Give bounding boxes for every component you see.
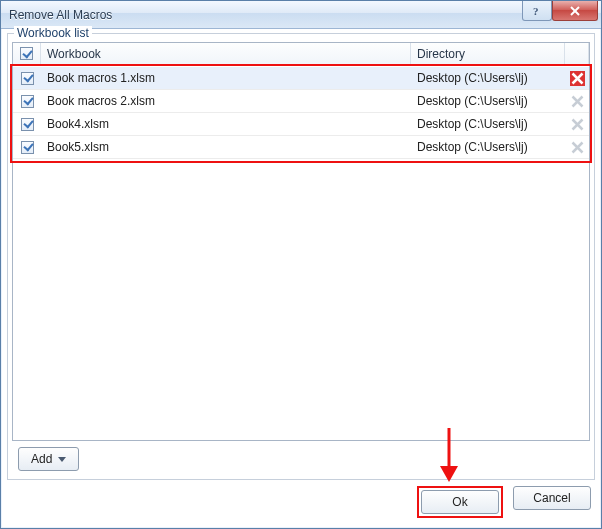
chevron-down-icon <box>58 457 66 462</box>
row-checkbox[interactable] <box>21 118 34 131</box>
cancel-button-label: Cancel <box>533 491 570 505</box>
workbook-list-group: Workbook list Workbook Directory Book ma… <box>7 33 595 480</box>
ok-button-label: Ok <box>452 495 467 509</box>
svg-text:?: ? <box>533 5 539 17</box>
ok-highlight-box: Ok <box>417 486 503 518</box>
remove-row-icon[interactable] <box>570 94 585 109</box>
titlebar: Remove All Macros ? <box>1 1 601 29</box>
table-row[interactable]: Book5.xlsm Desktop (C:\Users\lj) <box>13 136 589 159</box>
group-legend: Workbook list <box>14 26 92 40</box>
workbook-list: Workbook Directory Book macros 1.xlsm De… <box>12 42 590 441</box>
row-directory: Desktop (C:\Users\lj) <box>411 90 565 112</box>
row-checkbox[interactable] <box>21 72 34 85</box>
rows-area: Book macros 1.xlsm Desktop (C:\Users\lj)… <box>13 65 589 440</box>
window-buttons: ? <box>522 1 601 28</box>
group-bottom-bar: Add <box>12 441 590 475</box>
column-header-remove <box>565 43 589 64</box>
select-all-checkbox[interactable] <box>20 47 33 60</box>
remove-row-icon[interactable] <box>570 117 585 132</box>
row-checkbox[interactable] <box>21 95 34 108</box>
add-button-label: Add <box>31 452 52 466</box>
row-directory: Desktop (C:\Users\lj) <box>411 136 565 158</box>
cancel-button[interactable]: Cancel <box>513 486 591 510</box>
table-row[interactable]: Book macros 1.xlsm Desktop (C:\Users\lj) <box>13 67 589 90</box>
row-directory: Desktop (C:\Users\lj) <box>411 67 565 89</box>
column-header-checkbox[interactable] <box>13 43 41 64</box>
add-button[interactable]: Add <box>18 447 79 471</box>
row-workbook-name: Book5.xlsm <box>41 136 411 158</box>
table-row[interactable]: Book macros 2.xlsm Desktop (C:\Users\lj) <box>13 90 589 113</box>
row-directory: Desktop (C:\Users\lj) <box>411 113 565 135</box>
help-button[interactable]: ? <box>522 1 552 21</box>
row-checkbox[interactable] <box>21 141 34 154</box>
window-title: Remove All Macros <box>9 8 522 22</box>
rows-highlight-box: Book macros 1.xlsm Desktop (C:\Users\lj)… <box>10 64 592 163</box>
row-workbook-name: Book4.xlsm <box>41 113 411 135</box>
column-header-directory[interactable]: Directory <box>411 43 565 64</box>
column-header-row: Workbook Directory <box>13 43 589 65</box>
dialog-window: Remove All Macros ? Workbook list Workbo… <box>0 0 602 529</box>
row-workbook-name: Book macros 1.xlsm <box>41 67 411 89</box>
close-button[interactable] <box>552 1 598 21</box>
remove-row-icon[interactable] <box>570 140 585 155</box>
ok-button[interactable]: Ok <box>421 490 499 514</box>
row-workbook-name: Book macros 2.xlsm <box>41 90 411 112</box>
remove-row-icon[interactable] <box>570 71 585 86</box>
table-row[interactable]: Book4.xlsm Desktop (C:\Users\lj) <box>13 113 589 136</box>
column-header-workbook[interactable]: Workbook <box>41 43 411 64</box>
dialog-footer: Ok Cancel <box>1 480 601 528</box>
